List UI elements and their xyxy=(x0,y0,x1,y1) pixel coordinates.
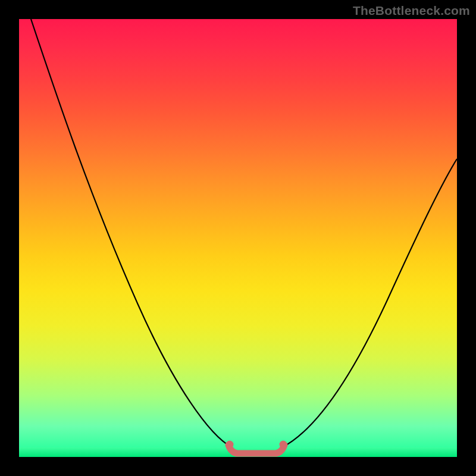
optimal-zone-marker xyxy=(228,445,284,453)
bottleneck-curve-svg xyxy=(19,19,457,457)
bottleneck-curve-right xyxy=(282,159,457,447)
optimal-zone-right-dot xyxy=(280,441,287,449)
optimal-zone-left-dot xyxy=(226,441,234,449)
chart-frame: TheBottleneck.com xyxy=(0,0,476,476)
plot-area xyxy=(19,19,457,457)
bottleneck-curve-left xyxy=(31,19,232,447)
watermark-text: TheBottleneck.com xyxy=(353,4,470,18)
